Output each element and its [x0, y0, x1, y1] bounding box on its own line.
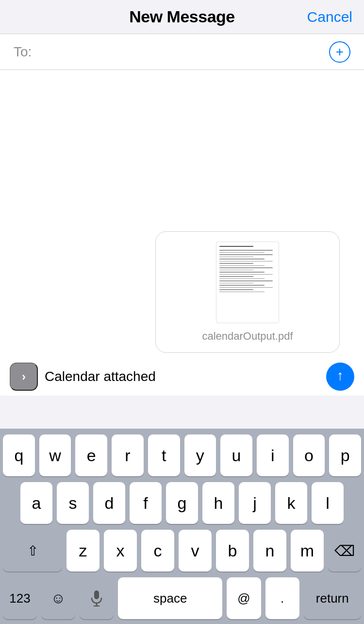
return-key[interactable]: return	[304, 577, 361, 619]
key-x[interactable]: x	[104, 530, 137, 572]
key-q[interactable]: q	[3, 434, 35, 476]
to-row: To: +	[0, 34, 364, 70]
key-k[interactable]: k	[275, 482, 307, 524]
key-h[interactable]: h	[202, 482, 234, 524]
key-z[interactable]: z	[66, 530, 99, 572]
key-d[interactable]: d	[93, 482, 125, 524]
key-l[interactable]: l	[312, 482, 344, 524]
key-p[interactable]: p	[329, 434, 361, 476]
key-e[interactable]: e	[75, 434, 107, 476]
keyboard-row-bottom: 123 ☺ space @ . return	[3, 577, 361, 624]
numbers-key[interactable]: 123	[3, 577, 37, 619]
to-input[interactable]	[37, 44, 329, 60]
key-r[interactable]: r	[112, 434, 144, 476]
attachment-area: calendarOutput.pdf › ↑	[0, 225, 364, 396]
key-o[interactable]: o	[293, 434, 325, 476]
pdf-thumbnail	[216, 242, 279, 323]
attachment-bubble: calendarOutput.pdf	[155, 231, 340, 353]
key-j[interactable]: j	[239, 482, 271, 524]
send-button[interactable]: ↑	[326, 363, 354, 391]
space-key[interactable]: space	[118, 577, 222, 619]
keyboard-row-1: q w e r t y u i o p	[3, 434, 361, 476]
key-c[interactable]: c	[141, 530, 174, 572]
cancel-button[interactable]: Cancel	[307, 9, 352, 25]
keyboard: q w e r t y u i o p a s d f g h j k l ⇧ …	[0, 429, 364, 624]
add-icon: +	[336, 44, 344, 60]
period-key[interactable]: .	[265, 577, 299, 619]
key-t[interactable]: t	[148, 434, 180, 476]
shift-key[interactable]: ⇧	[3, 530, 62, 572]
message-input-row: › ↑	[0, 358, 364, 396]
to-label: To:	[14, 44, 32, 60]
backspace-key[interactable]: ⌫	[328, 530, 361, 572]
at-key[interactable]: @	[227, 577, 261, 619]
mic-icon	[91, 590, 102, 607]
chevron-right-icon: ›	[22, 370, 26, 383]
keyboard-row-2: a s d f g h j k l	[3, 482, 361, 524]
backspace-icon: ⌫	[334, 542, 355, 559]
send-icon: ↑	[337, 368, 344, 383]
mic-key[interactable]	[80, 577, 114, 619]
emoji-key[interactable]: ☺	[41, 577, 75, 619]
key-i[interactable]: i	[257, 434, 289, 476]
key-y[interactable]: y	[184, 434, 216, 476]
key-f[interactable]: f	[130, 482, 162, 524]
shift-icon: ⇧	[27, 543, 38, 559]
message-text-input[interactable]	[45, 366, 319, 387]
attachment-filename: calendarOutput.pdf	[202, 330, 293, 343]
key-w[interactable]: w	[39, 434, 71, 476]
key-m[interactable]: m	[291, 530, 324, 572]
page-title: New Message	[129, 7, 235, 26]
message-body-area	[0, 70, 364, 225]
key-b[interactable]: b	[216, 530, 249, 572]
expand-button[interactable]: ›	[10, 363, 38, 391]
add-contact-button[interactable]: +	[329, 41, 350, 63]
key-g[interactable]: g	[166, 482, 198, 524]
key-u[interactable]: u	[220, 434, 252, 476]
key-v[interactable]: v	[179, 530, 212, 572]
compose-area: To: +	[0, 34, 364, 225]
key-s[interactable]: s	[57, 482, 89, 524]
key-n[interactable]: n	[253, 530, 286, 572]
keyboard-row-3: ⇧ z x c v b n m ⌫	[3, 530, 361, 572]
message-header: New Message Cancel	[0, 0, 364, 34]
key-a[interactable]: a	[20, 482, 52, 524]
svg-rect-0	[94, 590, 99, 599]
